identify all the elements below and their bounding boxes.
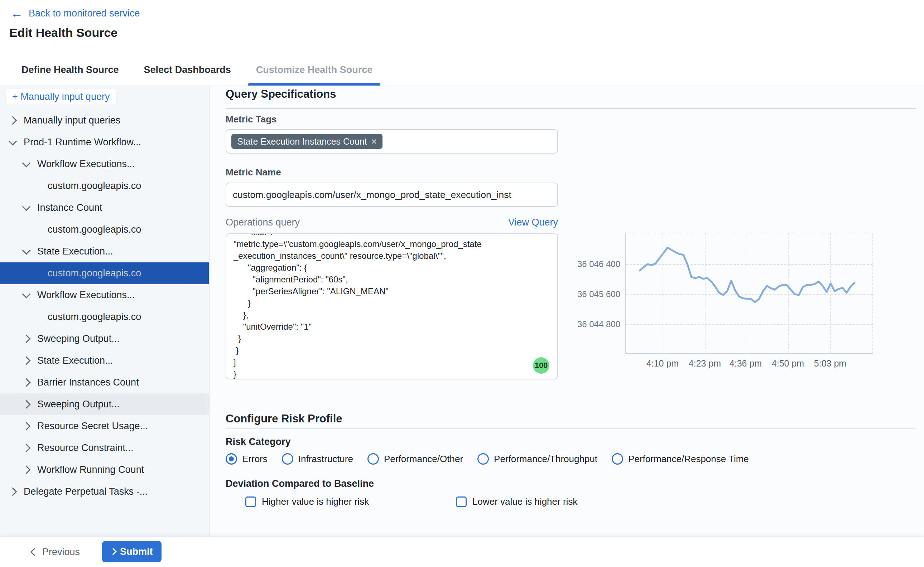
radio-icon[interactable] (478, 453, 489, 465)
chevron-right-icon[interactable] (22, 400, 30, 408)
risk-option-performance-throughput[interactable]: Performance/Throughput (478, 453, 597, 465)
tree-item-label: Barrier Instances Count (37, 377, 139, 388)
risk-option-label: Errors (242, 453, 267, 465)
tree-item-label: State Execution... (37, 355, 113, 366)
deviation-option-label: Higher value is higher risk (262, 496, 369, 507)
tree-item[interactable]: custom.googleapis.co (0, 262, 209, 284)
back-arrow-icon: ← (11, 7, 23, 20)
tree-item[interactable]: Workflow Executions... (0, 284, 209, 306)
chip-close-icon[interactable]: × (371, 137, 377, 146)
query-code-line: } (233, 297, 550, 309)
metric-name-label: Metric Name (225, 167, 281, 178)
section-divider (225, 108, 916, 109)
query-code-line: "metric.type=\"custom.googleapis.com/use… (233, 238, 550, 250)
risk-option-performance-other[interactable]: Performance/Other (367, 453, 463, 465)
y-axis-tick-label: 36 046 400 (549, 259, 620, 269)
metric-line-plot (626, 233, 873, 353)
submit-button[interactable]: Submit (102, 541, 162, 562)
chevron-right-icon[interactable] (8, 116, 17, 124)
chevron-down-icon[interactable] (8, 137, 17, 146)
tab-define-health-source[interactable]: Define Health Source (18, 54, 122, 86)
metric-tag-chip[interactable]: State Execution Instances Count × (231, 134, 383, 149)
tab-select-dashboards[interactable]: Select Dashboards (140, 54, 234, 86)
tree-item-label: Resource Constraint... (37, 442, 134, 453)
tree-item-label: Manually input queries (24, 115, 120, 126)
query-code-line: "aggregation": { (233, 262, 550, 273)
page-header: ← Back to monitored service Edit Health … (0, 0, 924, 54)
tree-item-label: Workflow Running Count (37, 464, 144, 476)
chevron-right-icon[interactable] (22, 356, 30, 365)
tree-item[interactable]: Delegate Perpetual Tasks -... (0, 481, 209, 502)
query-code-line: }, (233, 309, 550, 321)
radio-icon[interactable] (367, 453, 379, 465)
previous-button[interactable]: Previous (32, 537, 80, 567)
metric-name-field[interactable] (225, 183, 558, 207)
tree-item[interactable]: Instance Count (0, 197, 209, 219)
risk-option-performance-response-time[interactable]: Performance/Response Time (612, 453, 749, 465)
add-query-button[interactable]: + Manually input query (6, 89, 116, 105)
tree-item-label: custom.googleapis.co (48, 224, 141, 235)
query-code-line: _execution_instances_count\" resource.ty… (233, 250, 550, 262)
radio-selected-icon[interactable] (225, 453, 237, 465)
risk-option-infrastructure[interactable]: Infrastructure (282, 453, 353, 465)
chevron-right-icon[interactable] (22, 378, 30, 387)
radio-icon[interactable] (612, 453, 623, 465)
app-root: ← Back to monitored service Edit Health … (0, 0, 924, 567)
chevron-right-icon (110, 548, 117, 555)
checkbox-icon[interactable] (456, 496, 467, 507)
query-code-line: ] (233, 356, 550, 368)
x-axis-tick-label: 4:10 pm (646, 358, 679, 369)
tree-item[interactable]: Workflow Executions... (0, 153, 209, 175)
deviation-option-label: Lower value is higher risk (472, 496, 577, 507)
previous-button-label: Previous (42, 547, 80, 558)
tree-item[interactable]: custom.googleapis.co (0, 306, 209, 328)
back-link[interactable]: ← Back to monitored service (11, 7, 140, 20)
body-panes: + Manually input query Manually input qu… (0, 86, 924, 537)
risk-category-label: Risk Category (225, 436, 291, 447)
chevron-down-icon[interactable] (22, 290, 30, 298)
metric-tags-input[interactable]: State Execution Instances Count × (225, 129, 558, 154)
tree-item-label: custom.googleapis.co (48, 180, 141, 192)
tree-item[interactable]: Barrier Instances Count (0, 372, 209, 393)
tree-item[interactable]: Prod-1 Runtime Workflow... (0, 131, 209, 153)
tree-item[interactable]: State Execution... (0, 240, 209, 262)
chevron-right-icon[interactable] (22, 334, 30, 343)
deviation-option-higher-value-is-higher-risk[interactable]: Higher value is higher risk (245, 496, 369, 507)
tree-item-label: Delegate Perpetual Tasks -... (24, 486, 147, 497)
tree-item[interactable]: custom.googleapis.co (0, 175, 209, 197)
tree-item[interactable]: State Execution... (0, 350, 209, 372)
tab-customize-health-source[interactable]: Customize Health Source (252, 54, 376, 86)
chevron-down-icon[interactable] (22, 202, 30, 211)
tree-item[interactable]: custom.googleapis.co (0, 219, 209, 240)
risk-option-errors[interactable]: Errors (225, 453, 267, 465)
radio-icon[interactable] (282, 453, 293, 465)
tree-item[interactable]: Manually input queries (0, 110, 209, 131)
footer-bar: Previous Submit (0, 537, 924, 567)
risk-section-divider (225, 429, 916, 429)
deviation-option-lower-value-is-higher-risk[interactable]: Lower value is higher risk (456, 496, 577, 507)
checkbox-icon[interactable] (245, 496, 256, 507)
tree-item[interactable]: Resource Constraint... (0, 437, 209, 459)
metric-series-line (640, 248, 855, 302)
risk-option-label: Performance/Other (384, 453, 463, 465)
query-code-line: "unitOverride": "1" (233, 321, 550, 333)
query-code-line: "alignmentPeriod": "60s", (233, 273, 550, 285)
tree-item[interactable]: Sweeping Output... (0, 393, 209, 415)
query-code: "filter":"metric.type=\"custom.googleapi… (233, 233, 550, 380)
tree-item[interactable]: Workflow Running Count (0, 459, 209, 481)
chevron-down-icon[interactable] (22, 159, 30, 167)
configure-risk-profile-title: Configure Risk Profile (225, 412, 343, 425)
chevron-right-icon[interactable] (22, 465, 30, 474)
chevron-right-icon[interactable] (8, 487, 17, 496)
chevron-right-icon[interactable] (22, 444, 30, 452)
chevron-right-icon[interactable] (22, 422, 30, 430)
view-query-link[interactable]: View Query (225, 217, 558, 228)
chevron-down-icon[interactable] (22, 246, 30, 255)
tree-item[interactable]: Sweeping Output... (0, 328, 209, 350)
query-specifications-title: Query Specifications (225, 88, 336, 100)
submit-button-label: Submit (120, 546, 153, 557)
deviation-label: Deviation Compared to Baseline (225, 478, 374, 489)
operations-query-editor[interactable]: "filter":"metric.type=\"custom.googleapi… (225, 233, 558, 380)
tree-item[interactable]: Resource Secret Usage... (0, 415, 209, 437)
tree-item-label: Workflow Executions... (37, 290, 135, 301)
